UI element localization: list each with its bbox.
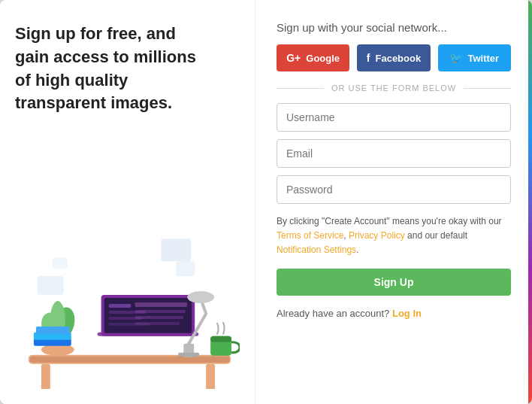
illustration (15, 115, 240, 389)
accent-bar (528, 0, 532, 404)
social-heading: Sign up with your social network... (277, 21, 511, 34)
divider-text: OR USE THE FORM BELOW (331, 84, 456, 93)
terms-text: By clicking "Create Account" means you'r… (277, 214, 511, 258)
signup-card: Sign up for free, and gain access to mil… (0, 0, 532, 404)
password-input[interactable] (277, 175, 511, 204)
svg-rect-11 (30, 357, 229, 363)
svg-point-32 (187, 291, 214, 303)
twitter-icon: 🐦 (449, 52, 462, 64)
svg-rect-12 (41, 364, 50, 389)
login-row: Already have an account? Log In (277, 308, 511, 319)
svg-rect-1 (176, 261, 195, 276)
google-icon: G+ (286, 52, 301, 64)
svg-rect-20 (109, 304, 131, 308)
form-fields (277, 103, 511, 204)
svg-rect-27 (135, 322, 180, 325)
twitter-label: Twitter (467, 53, 499, 64)
terms-of-service-link[interactable]: Terms of Service (277, 230, 343, 241)
right-panel: Sign up with your social network... G+ G… (255, 0, 532, 404)
svg-rect-16 (36, 327, 70, 334)
email-input[interactable] (277, 139, 511, 168)
svg-rect-26 (135, 316, 183, 319)
svg-rect-24 (135, 302, 187, 307)
divider-line-left (277, 88, 324, 89)
login-link[interactable]: Log In (392, 308, 422, 319)
username-input[interactable] (277, 103, 511, 132)
divider-line-right (464, 88, 511, 89)
facebook-icon: f (367, 52, 370, 64)
left-heading: Sign up for free, and gain access to mil… (15, 23, 210, 115)
svg-rect-13 (206, 364, 215, 389)
svg-rect-29 (178, 353, 199, 357)
terms-period: . (356, 245, 358, 255)
svg-rect-34 (210, 336, 231, 342)
signup-button[interactable]: Sign Up (277, 269, 511, 296)
twitter-button[interactable]: 🐦 Twitter (438, 44, 511, 71)
svg-rect-3 (53, 257, 68, 269)
google-button[interactable]: G+ Google (277, 44, 349, 71)
desk-illustration (15, 216, 240, 389)
notification-settings-link[interactable]: Notification Settings (277, 245, 356, 255)
social-buttons: G+ Google f Facebook 🐦 Twitter (277, 44, 511, 71)
already-account-text: Already have an account? (277, 308, 389, 319)
left-panel: Sign up for free, and gain access to mil… (0, 0, 255, 404)
svg-rect-2 (38, 276, 64, 295)
divider: OR USE THE FORM BELOW (277, 84, 511, 93)
terms-text-1: By clicking "Create Account" means you'r… (277, 216, 502, 226)
svg-rect-25 (135, 310, 186, 313)
google-label: Google (306, 53, 340, 64)
facebook-button[interactable]: f Facebook (357, 44, 430, 71)
privacy-policy-link[interactable]: Privacy Policy (349, 230, 405, 241)
svg-rect-0 (161, 238, 191, 261)
facebook-label: Facebook (375, 53, 421, 64)
terms-text-2: and our default (405, 230, 467, 241)
